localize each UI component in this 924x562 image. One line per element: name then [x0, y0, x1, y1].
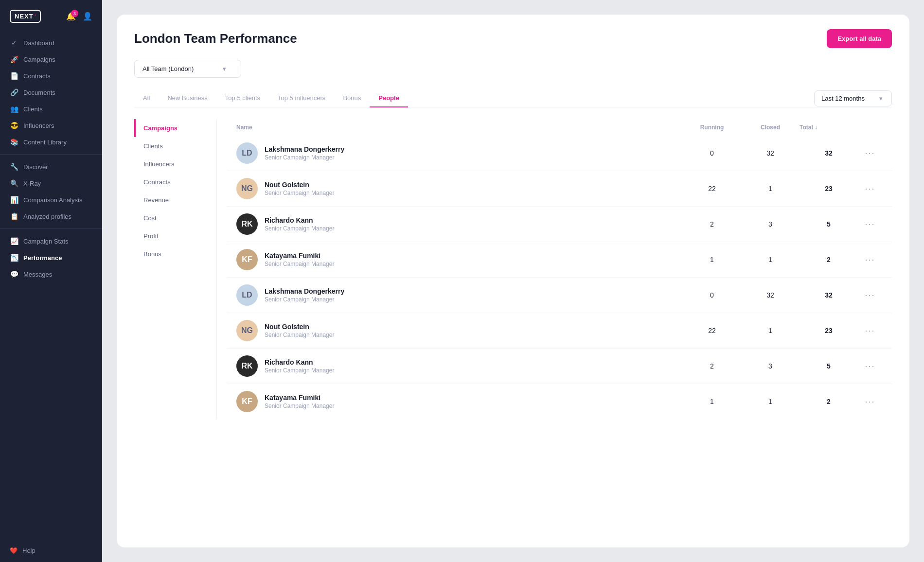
sub-nav-profit[interactable]: Profit	[134, 227, 216, 245]
more-actions[interactable]: ···	[858, 326, 882, 336]
sidebar-item-influencers[interactable]: 😎 Influencers	[0, 117, 102, 134]
person-name: Nout Golstein	[265, 323, 334, 331]
sidebar-item-content-library[interactable]: 📚 Content Library	[0, 134, 102, 150]
export-button[interactable]: Export all data	[827, 29, 892, 48]
person-name: Katayama Fumiki	[265, 394, 334, 402]
sidebar-item-documents[interactable]: 🔗 Documents	[0, 84, 102, 101]
person-info: Richardo Kann Senior Campaign Manager	[265, 216, 334, 232]
more-actions[interactable]: ···	[858, 184, 882, 194]
sidebar-item-campaign-stats[interactable]: 📈 Campaign Stats	[0, 233, 102, 249]
tab-top5-influencers[interactable]: Top 5 influencers	[269, 89, 334, 107]
contracts-icon: 📄	[10, 72, 18, 80]
notifications-button[interactable]: 🔔 3	[66, 12, 76, 21]
logo: NEXT•	[10, 10, 41, 23]
sidebar-item-label: Clients	[23, 105, 43, 113]
sidebar-item-label: Dashboard	[23, 39, 54, 47]
sidebar-item-performance[interactable]: 📉 Performance	[0, 249, 102, 266]
more-actions[interactable]: ···	[858, 148, 882, 158]
more-menu-button[interactable]: ···	[863, 290, 877, 300]
sub-nav-influencers[interactable]: Influencers	[134, 155, 216, 173]
dashboard-icon: ✓	[10, 39, 18, 47]
tab-bonus[interactable]: Bonus	[334, 89, 370, 107]
more-actions[interactable]: ···	[858, 290, 882, 300]
more-menu-button[interactable]: ···	[863, 326, 877, 336]
table-row: NG Nout Golstein Senior Campaign Manager…	[227, 171, 892, 207]
sub-nav-bonus[interactable]: Bonus	[134, 245, 216, 263]
table-row: KF Katayama Fumiki Senior Campaign Manag…	[227, 384, 892, 419]
tab-top5-clients[interactable]: Top 5 clients	[216, 89, 269, 107]
tab-people[interactable]: People	[370, 89, 408, 107]
col-closed-header: Closed	[741, 124, 800, 131]
tab-all[interactable]: All	[134, 89, 159, 107]
tab-new-business[interactable]: New Business	[159, 89, 216, 107]
person-info: Richardo Kann Senior Campaign Manager	[265, 358, 334, 374]
more-menu-button[interactable]: ···	[863, 219, 877, 229]
influencers-icon: 😎	[10, 122, 18, 129]
more-actions[interactable]: ···	[858, 397, 882, 407]
person-cell: RK Richardo Kann Senior Campaign Manager	[236, 213, 683, 235]
avatar: LD	[236, 284, 258, 306]
sidebar-item-contracts[interactable]: 📄 Contracts	[0, 68, 102, 84]
more-actions[interactable]: ···	[858, 361, 882, 371]
closed-value: 32	[741, 291, 800, 299]
table-row: NG Nout Golstein Senior Campaign Manager…	[227, 313, 892, 349]
person-role: Senior Campaign Manager	[265, 403, 334, 409]
sub-nav-clients[interactable]: Clients	[134, 137, 216, 155]
sidebar-item-messages[interactable]: 💬 Messages	[0, 266, 102, 282]
person-cell: NG Nout Golstein Senior Campaign Manager	[236, 178, 683, 199]
sub-nav-contracts[interactable]: Contracts	[134, 173, 216, 191]
sidebar-item-label: Campaigns	[23, 56, 55, 63]
col-total-header[interactable]: Total ↓	[800, 124, 858, 131]
team-select[interactable]: All Team (London) ▾	[134, 60, 241, 78]
sidebar-item-label: Performance	[23, 254, 62, 262]
chevron-down-icon: ▾	[879, 95, 883, 102]
sidebar-item-discover[interactable]: 🔧 Discover	[0, 158, 102, 175]
running-value: 0	[683, 149, 741, 157]
running-value: 2	[683, 362, 741, 370]
sidebar-item-campaigns[interactable]: 🚀 Campaigns	[0, 51, 102, 68]
person-name: Nout Golstein	[265, 181, 334, 189]
avatar: RK	[236, 355, 258, 377]
sidebar-item-clients[interactable]: 👥 Clients	[0, 101, 102, 117]
more-menu-button[interactable]: ···	[863, 255, 877, 265]
more-menu-button[interactable]: ···	[863, 361, 877, 371]
sidebar-header: NEXT• 🔔 3 👤	[0, 0, 102, 31]
main-content: London Team Performance Export all data …	[102, 0, 924, 562]
campaign-stats-icon: 📈	[10, 237, 18, 245]
help-item[interactable]: ❤️ Help	[0, 539, 102, 562]
filter-row: All Team (London) ▾	[134, 60, 892, 78]
content-library-icon: 📚	[10, 138, 18, 146]
content-area: Campaigns Clients Influencers Contracts …	[134, 119, 892, 419]
closed-value: 1	[741, 185, 800, 193]
date-filter-select[interactable]: Last 12 months ▾	[814, 90, 892, 106]
sidebar-item-comparison-analysis[interactable]: 📊 Comparison Analysis	[0, 192, 102, 208]
person-cell: LD Lakshmana Dongerkerry Senior Campaign…	[236, 284, 683, 306]
sidebar-item-label: Analyzed profiles	[23, 213, 71, 220]
sub-nav-cost[interactable]: Cost	[134, 209, 216, 227]
more-menu-button[interactable]: ···	[863, 397, 877, 407]
sidebar-item-label: Discover	[23, 163, 48, 171]
total-value: 23	[800, 327, 858, 334]
more-menu-button[interactable]: ···	[863, 148, 877, 158]
total-value: 2	[800, 256, 858, 263]
person-info: Lakshmana Dongerkerry Senior Campaign Ma…	[265, 287, 344, 303]
more-actions[interactable]: ···	[858, 219, 882, 229]
sub-nav-campaigns[interactable]: Campaigns	[134, 119, 216, 137]
chevron-down-icon: ▾	[223, 65, 226, 72]
profile-button[interactable]: 👤	[83, 12, 92, 21]
sidebar-item-dashboard[interactable]: ✓ Dashboard	[0, 35, 102, 51]
table-row: LD Lakshmana Dongerkerry Senior Campaign…	[227, 136, 892, 171]
person-name: Richardo Kann	[265, 358, 334, 366]
person-info: Lakshmana Dongerkerry Senior Campaign Ma…	[265, 145, 344, 161]
total-value: 5	[800, 362, 858, 370]
sidebar-item-x-ray[interactable]: 🔍 X-Ray	[0, 175, 102, 192]
person-info: Nout Golstein Senior Campaign Manager	[265, 181, 334, 196]
sub-nav-revenue[interactable]: Revenue	[134, 191, 216, 209]
more-menu-button[interactable]: ···	[863, 184, 877, 194]
sidebar-item-label: Comparison Analysis	[23, 196, 82, 204]
page-header: London Team Performance Export all data	[134, 29, 892, 48]
table-header: Name Running Closed Total ↓	[227, 119, 892, 136]
table-body: LD Lakshmana Dongerkerry Senior Campaign…	[227, 136, 892, 419]
more-actions[interactable]: ···	[858, 255, 882, 265]
sidebar-item-analyzed-profiles[interactable]: 📋 Analyzed profiles	[0, 208, 102, 225]
